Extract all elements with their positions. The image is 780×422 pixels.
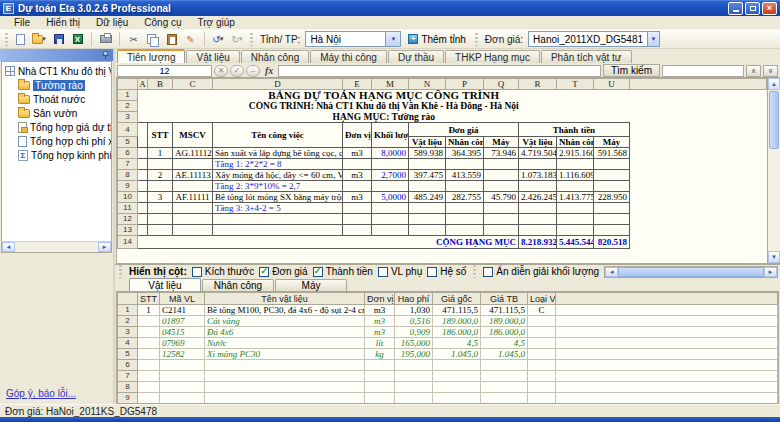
sheet-cell[interactable]: 591.568 bbox=[594, 148, 630, 159]
search-next-icon[interactable]: ∨ bbox=[763, 65, 778, 77]
sheet-cell[interactable]: 2 bbox=[148, 170, 173, 181]
checkbox-icon[interactable] bbox=[313, 267, 323, 277]
tab-thkp-hang-muc[interactable]: THKP Hạng mục bbox=[445, 50, 540, 63]
sheet-cell[interactable] bbox=[409, 181, 446, 192]
sheet-cell[interactable]: 282.755 bbox=[446, 192, 484, 203]
row-header[interactable]: 7 bbox=[118, 159, 138, 170]
province-select[interactable]: Hà Nội ▼ bbox=[305, 31, 401, 47]
total-label[interactable]: CỘNG HẠNG MỤC bbox=[138, 236, 519, 249]
tab-resource-vat-lieu[interactable]: Vật liệu bbox=[129, 278, 201, 291]
sheet-cell[interactable] bbox=[557, 214, 594, 225]
toggle-he-so[interactable]: Hệ số bbox=[427, 266, 466, 277]
scroll-right-icon[interactable]: ► bbox=[764, 267, 777, 277]
sheet-cell[interactable]: 1.116.609 bbox=[557, 170, 594, 181]
column-header[interactable]: D bbox=[213, 79, 343, 90]
grid-cell[interactable] bbox=[433, 393, 481, 404]
cancel-entry-icon[interactable]: ✕ bbox=[214, 65, 228, 77]
header-ma-vl[interactable]: Mã VL bbox=[160, 293, 205, 305]
grid-cell[interactable]: 1.045,0 bbox=[433, 349, 481, 360]
toggle-thanh-tien[interactable]: Thành tiền bbox=[313, 266, 373, 277]
toolbar-grip[interactable] bbox=[475, 33, 478, 46]
scrollbar-thumb[interactable] bbox=[618, 267, 764, 277]
search-input[interactable] bbox=[662, 65, 744, 77]
subheader-nhan-cong[interactable]: Nhân công bbox=[557, 137, 594, 148]
confirm-entry-icon[interactable]: ✓ bbox=[230, 65, 244, 77]
search-prev-icon[interactable]: ∧ bbox=[746, 65, 761, 77]
tree-horizontal-scrollbar[interactable]: ◄ ► bbox=[1, 241, 112, 253]
sheet-cell[interactable] bbox=[343, 181, 372, 192]
toolbar-grip[interactable] bbox=[5, 33, 8, 46]
scroll-up-icon[interactable]: ▲ bbox=[768, 78, 780, 90]
sheet-cell[interactable] bbox=[372, 203, 409, 214]
sheet-cell[interactable]: 413.559 bbox=[446, 170, 484, 181]
search-button[interactable]: Tìm kiếm bbox=[603, 64, 660, 77]
sheet-cell[interactable] bbox=[557, 181, 594, 192]
column-header[interactable]: T bbox=[557, 79, 594, 90]
corner-cell[interactable] bbox=[118, 293, 138, 305]
sheet-cell[interactable]: 589.938 bbox=[409, 148, 446, 159]
column-header[interactable]: B bbox=[148, 79, 173, 90]
grid-cell[interactable] bbox=[433, 371, 481, 382]
grid-cell[interactable]: 01897 bbox=[160, 316, 205, 327]
sheet-cell[interactable] bbox=[138, 123, 148, 148]
menu-cong-cu[interactable]: Công cụ bbox=[136, 17, 189, 28]
sheet-cell[interactable] bbox=[484, 181, 519, 192]
sheet-cell[interactable] bbox=[519, 159, 557, 170]
sheet-cell[interactable]: 2,7000 bbox=[372, 170, 409, 181]
subheader-may[interactable]: Máy bbox=[484, 137, 519, 148]
tree-root-project[interactable]: Nhà CT1 Khu đô thị Văn Khê - Hà Đ bbox=[2, 64, 111, 78]
sheet-title[interactable]: BẢNG DỰ TOÁN HẠNG MỤC CÔNG TRÌNH bbox=[138, 90, 630, 101]
sheet-cell[interactable] bbox=[446, 203, 484, 214]
menu-tro-giup[interactable]: Trợ giúp bbox=[190, 17, 243, 28]
grid-cell[interactable]: 165,000 bbox=[395, 338, 433, 349]
grid-cell[interactable] bbox=[528, 371, 556, 382]
tab-nhan-cong[interactable]: Nhân công bbox=[241, 50, 309, 63]
row-header[interactable]: 2 bbox=[118, 101, 138, 112]
row-header[interactable]: 8 bbox=[118, 170, 138, 181]
grid-cell[interactable] bbox=[205, 382, 365, 393]
sheet-cell[interactable] bbox=[519, 225, 557, 236]
grid-cell[interactable]: Bê tông M100, PC30, đá 4x6 - độ sụt 2-4 … bbox=[205, 305, 365, 316]
save-icon[interactable] bbox=[50, 31, 67, 47]
sheet-cell[interactable]: 2.915.160 bbox=[557, 148, 594, 159]
sheet-cell[interactable] bbox=[594, 181, 630, 192]
row-header[interactable]: 11 bbox=[118, 203, 138, 214]
checkbox-icon[interactable] bbox=[427, 267, 437, 277]
sheet-cell[interactable] bbox=[138, 214, 148, 225]
sheet-cell[interactable] bbox=[138, 181, 148, 192]
grid-cell[interactable]: Nước bbox=[205, 338, 365, 349]
header-thanh-tien[interactable]: Thành tiền bbox=[519, 123, 630, 137]
vertical-scrollbar[interactable]: ▲ ▼ bbox=[767, 78, 780, 263]
checkbox-icon[interactable] bbox=[259, 267, 269, 277]
grid-cell[interactable]: 1 bbox=[138, 305, 160, 316]
grid-cell[interactable] bbox=[138, 382, 160, 393]
sheet-cell[interactable]: 45.790 bbox=[484, 192, 519, 203]
sheet-cell[interactable] bbox=[484, 203, 519, 214]
format-painter-icon[interactable]: ✎ bbox=[182, 31, 199, 47]
sheet-cell[interactable]: Tầng 1: 2*2*2 = 8 bbox=[213, 159, 343, 170]
row-header[interactable]: 6 bbox=[118, 360, 138, 371]
menu-hien-thi[interactable]: Hiển thị bbox=[38, 17, 88, 28]
sheet-cell[interactable] bbox=[138, 225, 148, 236]
grid-cell[interactable] bbox=[481, 360, 528, 371]
row-header[interactable]: 2 bbox=[118, 316, 138, 327]
sheet-cell[interactable]: 364.395 bbox=[446, 148, 484, 159]
grid-cell[interactable] bbox=[395, 382, 433, 393]
grid-cell[interactable] bbox=[205, 393, 365, 404]
tab-resource-may[interactable]: Máy bbox=[275, 279, 347, 291]
row-header[interactable]: 9 bbox=[118, 181, 138, 192]
sheet-cell[interactable]: 73.946 bbox=[484, 148, 519, 159]
sheet-cell[interactable] bbox=[594, 214, 630, 225]
column-header[interactable]: A bbox=[138, 79, 148, 90]
row-header[interactable]: 1 bbox=[118, 305, 138, 316]
row-header[interactable]: 10 bbox=[118, 192, 138, 203]
grid-cell[interactable]: C2141 bbox=[160, 305, 205, 316]
pin-icon[interactable] bbox=[101, 51, 110, 60]
total-vat-lieu[interactable]: 8.218.932 bbox=[519, 236, 557, 249]
new-file-icon[interactable] bbox=[12, 31, 29, 47]
tree-item-tong-hop-gia-du-thau[interactable]: Tổng hợp giá dự thầu bbox=[2, 120, 111, 134]
grid-cell[interactable]: 471.115,5 bbox=[481, 305, 528, 316]
grid-cell[interactable]: Xi măng PC30 bbox=[205, 349, 365, 360]
grid-cell[interactable] bbox=[433, 360, 481, 371]
paste-icon[interactable] bbox=[163, 31, 180, 47]
